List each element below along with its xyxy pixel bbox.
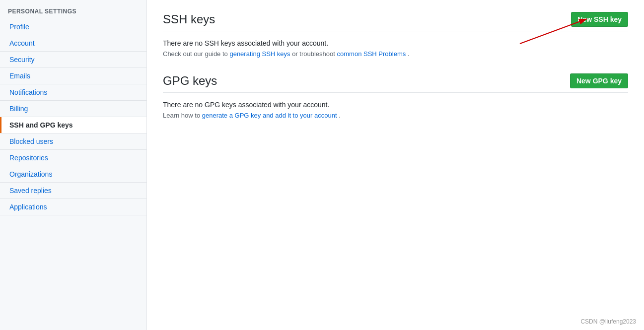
ssh-empty-message: There are no SSH keys associated with yo… bbox=[163, 39, 628, 47]
ssh-help-text: Check out our guide to generating SSH ke… bbox=[163, 50, 628, 58]
ssh-help-middle: or troubleshoot bbox=[292, 50, 337, 58]
ssh-help-link2[interactable]: common SSH Problems bbox=[337, 50, 406, 58]
main-content: SSH keys New SSH key There are no SSH ke… bbox=[147, 0, 644, 330]
sidebar-item-saved-replies[interactable]: Saved replies bbox=[0, 183, 146, 198]
new-ssh-key-button[interactable]: New SSH key bbox=[571, 12, 628, 27]
sidebar-item-blocked-users[interactable]: Blocked users bbox=[0, 133, 146, 149]
gpg-empty-message: There are no GPG keys associated with yo… bbox=[163, 101, 628, 109]
sidebar-item-billing[interactable]: Billing bbox=[0, 101, 146, 117]
watermark-text: CSDN @liufeng2023 bbox=[580, 318, 636, 325]
gpg-help-prefix: Learn how to bbox=[163, 112, 202, 119]
gpg-section-header: GPG keys New GPG key bbox=[163, 73, 628, 93]
sidebar-item-organizations[interactable]: Organizations bbox=[0, 166, 146, 182]
new-gpg-key-button[interactable]: New GPG key bbox=[570, 73, 628, 88]
ssh-help-prefix: Check out our guide to bbox=[163, 50, 229, 58]
sidebar-item-notifications[interactable]: Notifications bbox=[0, 84, 146, 100]
sidebar-item-security[interactable]: Security bbox=[0, 52, 146, 67]
sidebar: Personal settings ProfileAccountSecurity… bbox=[0, 0, 147, 330]
gpg-help-link1[interactable]: generate a GPG key and add it to your ac… bbox=[202, 112, 337, 119]
ssh-section-header: SSH keys New SSH key bbox=[163, 12, 628, 31]
sidebar-item-account[interactable]: Account bbox=[0, 35, 146, 51]
gpg-keys-section: GPG keys New GPG key There are no GPG ke… bbox=[163, 73, 628, 119]
gpg-help-suffix: . bbox=[339, 112, 341, 119]
ssh-section-title: SSH keys bbox=[163, 12, 215, 26]
ssh-help-link1[interactable]: generating SSH keys bbox=[229, 50, 290, 58]
sidebar-item-emails[interactable]: Emails bbox=[0, 68, 146, 84]
sidebar-nav: ProfileAccountSecurityEmailsNotification… bbox=[0, 19, 146, 215]
sidebar-title: Personal settings bbox=[0, 4, 146, 19]
gpg-section-title: GPG keys bbox=[163, 74, 217, 88]
sidebar-item-applications[interactable]: Applications bbox=[0, 199, 146, 215]
ssh-keys-section: SSH keys New SSH key There are no SSH ke… bbox=[163, 12, 628, 58]
sidebar-item-ssh-gpg-keys[interactable]: SSH and GPG keys bbox=[0, 117, 146, 133]
ssh-help-suffix: . bbox=[408, 50, 410, 58]
sidebar-item-profile[interactable]: Profile bbox=[0, 19, 146, 35]
sidebar-item-repositories[interactable]: Repositories bbox=[0, 150, 146, 166]
gpg-help-text: Learn how to generate a GPG key and add … bbox=[163, 112, 628, 119]
